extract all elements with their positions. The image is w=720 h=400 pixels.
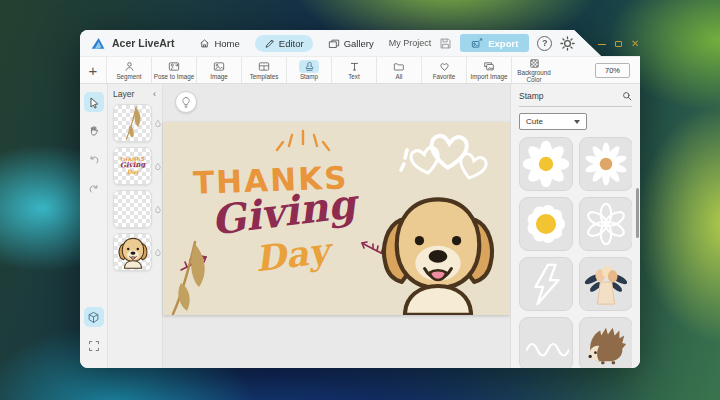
chevron-down-icon	[574, 120, 580, 124]
search-icon[interactable]	[622, 91, 632, 101]
redo-button[interactable]	[84, 179, 104, 199]
layer-row-text[interactable]: THANKS Giving Day	[113, 147, 162, 185]
layer-lock-icon[interactable]	[154, 205, 162, 214]
gallery-icon	[328, 38, 340, 49]
stamp-lightning-bolt[interactable]	[519, 257, 573, 311]
stamp-panel-title: Stamp	[519, 91, 544, 101]
app-window: Acer LiveArt Home Editor Gallery My Proj…	[80, 30, 640, 368]
templates-icon	[254, 60, 274, 73]
tab-home[interactable]: Home	[190, 35, 248, 52]
desktop-wallpaper: Acer LiveArt Home Editor Gallery My Proj…	[0, 0, 720, 400]
stamp-icon	[299, 60, 319, 73]
export-icon	[471, 38, 483, 49]
window-controls: ✕	[598, 39, 639, 49]
home-icon	[199, 38, 210, 49]
flower-yellow-icon	[523, 201, 569, 247]
cube-icon	[87, 311, 100, 324]
pen-icon	[264, 38, 275, 49]
toolbar-item-segment[interactable]: Segment	[106, 57, 151, 83]
help-button[interactable]: ?	[537, 36, 552, 51]
add-button[interactable]: +	[80, 57, 106, 83]
lightning-icon	[523, 261, 569, 307]
daisy-thin-icon	[583, 141, 629, 187]
layers-panel-title: Layer	[113, 89, 134, 99]
layer-lock-icon[interactable]	[154, 162, 162, 171]
tab-editor[interactable]: Editor	[255, 35, 313, 52]
squiggle-icon	[523, 321, 569, 367]
stamp-flower-outline[interactable]	[579, 197, 632, 251]
export-button[interactable]: Export	[460, 34, 529, 52]
stamp-panel-scrollbar[interactable]	[636, 188, 640, 238]
import-image-icon	[479, 60, 499, 73]
stamp-daisy-yellow-center[interactable]	[519, 137, 573, 191]
cursor-icon	[88, 96, 100, 109]
layers-panel: Layer ‹ THANKS Giving Day	[108, 84, 163, 368]
toolbar-item-image[interactable]: Image	[196, 57, 241, 83]
app-title: Acer LiveArt	[112, 37, 174, 49]
segment-person-icon	[119, 60, 139, 73]
stamp-squiggle-line[interactable]	[519, 317, 573, 368]
stamp-category-dropdown[interactable]: Cute	[519, 113, 587, 130]
image-icon	[209, 60, 229, 73]
undo-icon	[88, 154, 100, 166]
hand-icon	[88, 125, 100, 137]
stamp-panel: Stamp Cute	[510, 84, 640, 368]
redo-icon	[88, 183, 100, 195]
stamp-daisy-tan-center[interactable]	[579, 137, 632, 191]
fit-screen-icon	[88, 340, 100, 352]
tab-gallery[interactable]: Gallery	[319, 35, 383, 52]
toolbar-item-stamp[interactable]: Stamp	[286, 57, 331, 83]
toolbar-item-all[interactable]: All	[376, 57, 421, 83]
folder-icon	[389, 60, 409, 73]
project-name: My Project	[389, 38, 432, 48]
layer-row-leaf[interactable]	[113, 104, 162, 142]
heart-icon	[434, 60, 454, 73]
stamp-grid	[519, 137, 632, 368]
toolbar: + Segment Pose to Image Image Templates	[80, 56, 640, 84]
lightbulb-icon	[180, 96, 192, 109]
toolbar-item-favorite[interactable]: Favorite	[421, 57, 466, 83]
toolbar-item-text[interactable]: Text	[331, 57, 376, 83]
toolbar-item-pose-to-image[interactable]: Pose to Image	[151, 57, 196, 83]
daisy-icon	[523, 141, 569, 187]
pose-to-image-icon	[164, 60, 184, 73]
minimize-button[interactable]	[598, 44, 606, 45]
hedgehog-icon	[583, 321, 629, 367]
artboard-text-day: Day	[253, 230, 331, 280]
rays-doodle-icon	[267, 126, 339, 156]
puppy-sticker[interactable]	[375, 187, 501, 315]
layer-lock-icon[interactable]	[154, 248, 162, 257]
maximize-button[interactable]	[615, 41, 622, 47]
save-icon[interactable]	[439, 37, 452, 50]
collapse-panel-icon[interactable]: ‹	[153, 89, 156, 99]
undo-button[interactable]	[84, 150, 104, 170]
leaf-graphic	[165, 240, 211, 315]
app-logo-icon	[90, 36, 106, 50]
stamp-flower-bouquet[interactable]	[579, 257, 632, 311]
layer-row-puppy[interactable]	[113, 233, 162, 271]
settings-gear-icon[interactable]	[560, 36, 575, 51]
zoom-level[interactable]: 70%	[595, 63, 630, 78]
stamp-flower-big-yellow-center[interactable]	[519, 197, 573, 251]
canvas-area[interactable]: THANKS Giving Day	[163, 84, 510, 368]
fit-view-button[interactable]	[84, 336, 104, 356]
tips-button[interactable]	[175, 91, 197, 113]
close-button[interactable]: ✕	[631, 39, 639, 49]
text-icon	[344, 60, 364, 73]
titlebar: Acer LiveArt Home Editor Gallery My Proj…	[80, 30, 640, 56]
3d-cube-tool[interactable]	[84, 307, 104, 327]
toolbar-item-background-color[interactable]: Background Color	[511, 57, 556, 83]
toolbar-item-import-image[interactable]: Import Image	[466, 57, 511, 83]
hand-tool[interactable]	[84, 121, 104, 141]
layer-row-empty[interactable]	[113, 190, 162, 228]
select-cursor-tool[interactable]	[84, 92, 104, 112]
flower-outline-icon	[583, 201, 629, 247]
layer-lock-icon[interactable]	[154, 119, 162, 128]
background-color-icon	[524, 58, 544, 69]
heart-doodles-icon	[397, 122, 489, 194]
question-icon: ?	[542, 38, 547, 48]
left-tool-strip	[80, 84, 108, 368]
stamp-hedgehog[interactable]	[579, 317, 632, 368]
toolbar-item-templates[interactable]: Templates	[241, 57, 286, 83]
artboard[interactable]: THANKS Giving Day	[163, 122, 510, 315]
